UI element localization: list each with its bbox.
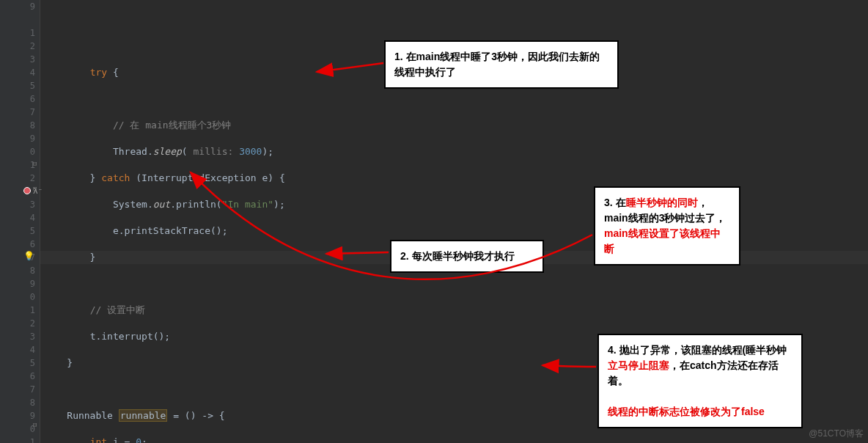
number: 0	[136, 436, 141, 443]
line-number: 9	[0, 409, 35, 422]
line-number: 4	[0, 211, 35, 224]
line-number: 0	[0, 290, 35, 304]
line-number: 4	[0, 66, 35, 79]
line-number: 6	[0, 92, 35, 106]
annotation-3: 3. 在睡半秒钟的同时，main线程的3秒钟过去了，main线程设置了该线程中断	[594, 186, 740, 266]
line-number: 0	[0, 145, 35, 158]
line-number: 3	[0, 198, 35, 211]
annotation-text: 2. 每次睡半秒钟我才执行	[400, 250, 515, 262]
line-number: 8	[0, 396, 35, 409]
line-number: 2	[0, 40, 35, 53]
annotation-text: 3. 在	[604, 197, 626, 208]
line-number: 1	[0, 158, 35, 172]
highlighted-var: runnable	[119, 409, 168, 422]
line-number: 5	[0, 79, 35, 92]
annotation-text-red: main线程设置了该线程中断	[604, 227, 721, 255]
number: 3000	[239, 146, 262, 157]
param-hint: millis:	[188, 146, 239, 157]
fold-collapse-icon[interactable]: ⊟	[33, 160, 37, 167]
line-number: 3	[0, 330, 35, 343]
code-text: i =	[107, 436, 136, 443]
line-number: 9	[0, 0, 35, 13]
lightbulb-icon[interactable]: 💡	[23, 251, 34, 261]
comment: // 设置中断	[90, 304, 145, 315]
line-number: 3	[0, 53, 35, 66]
code-text: System.	[113, 199, 153, 210]
string: "In main"	[222, 199, 273, 210]
line-number: 1	[0, 436, 35, 443]
code-text: .println(	[170, 199, 221, 210]
code-text: = () -> {	[167, 410, 224, 421]
line-number: 5	[0, 224, 35, 238]
line-number-gutter: 9 1 2 3 4 5 6 7 8 9 0 1 2 3 4 5 6 7 8 9 …	[0, 0, 40, 443]
line-number: 9	[0, 277, 35, 290]
code-text: Thread.	[113, 146, 153, 157]
breakpoint-icon[interactable]	[23, 187, 31, 194]
comment: // 在 main线程睡个3秒钟	[113, 120, 231, 131]
line-number: 7	[0, 106, 35, 119]
fold-collapse-icon[interactable]: ⊟	[33, 185, 37, 192]
keyword-try: try	[90, 67, 107, 78]
line-number: 8	[0, 119, 35, 132]
method-sleep: sleep	[153, 146, 182, 157]
fold-expand-icon[interactable]: ⊟	[33, 421, 37, 428]
line-number: 9	[0, 132, 35, 145]
code-text: t.interrupt();	[90, 331, 171, 342]
line-number: 0	[0, 422, 35, 436]
line-number: 5	[0, 356, 35, 370]
annotation-text: 1. 在main线程中睡了3秒钟，因此我们去新的线程中执行了	[394, 51, 600, 78]
line-number: 2	[0, 172, 35, 185]
watermark: @51CTO博客	[809, 428, 864, 440]
line-number: 6	[0, 238, 35, 251]
line-number: 1	[0, 304, 35, 317]
line-number: 8	[0, 264, 35, 277]
line-number	[0, 13, 35, 26]
annotation-text-red: 立马停止阻塞	[608, 359, 669, 371]
code-text: Runnable	[67, 410, 118, 421]
annotation-2: 2. 每次睡半秒钟我才执行	[390, 240, 544, 273]
annotation-text: 4. 抛出了异常，该阻塞的线程(睡半秒钟	[608, 344, 787, 356]
field-out: out	[153, 199, 170, 210]
annotation-text-red: 睡半秒钟的同时	[626, 197, 698, 208]
keyword-catch: catch	[101, 172, 130, 183]
line-number: 7	[0, 383, 35, 396]
line-number: 1	[0, 26, 35, 40]
code-text: e.printStackTrace();	[113, 225, 228, 236]
annotation-1: 1. 在main线程中睡了3秒钟，因此我们去新的线程中执行了	[384, 40, 619, 89]
annotation-text-red: 线程的中断标志位被修改为了false	[608, 406, 765, 417]
line-number: 4	[0, 343, 35, 356]
annotation-4: 4. 抛出了异常，该阻塞的线程(睡半秒钟立马停止阻塞，在catch方法还在存活着…	[597, 334, 803, 428]
line-number: 6	[0, 370, 35, 383]
code-text: (InterruptedException e) {	[130, 172, 284, 183]
line-number: 2	[0, 317, 35, 330]
keyword-int: int	[90, 436, 107, 443]
